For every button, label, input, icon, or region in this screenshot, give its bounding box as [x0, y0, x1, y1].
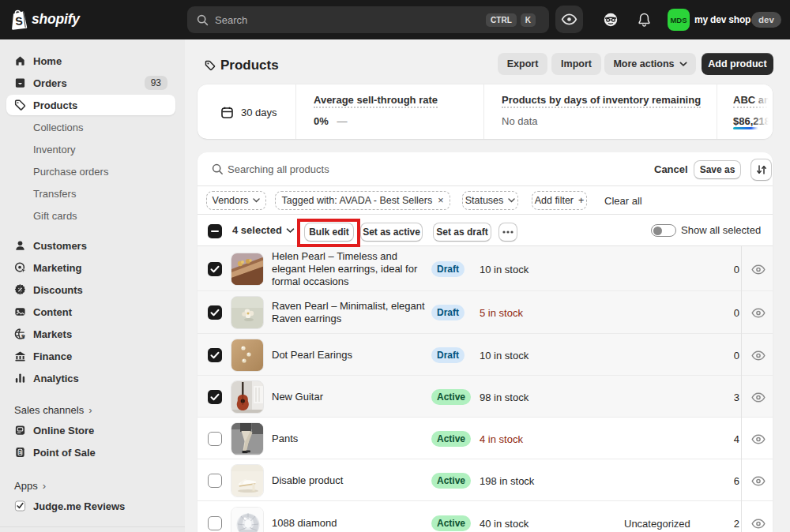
svg-text:S: S	[15, 14, 24, 28]
